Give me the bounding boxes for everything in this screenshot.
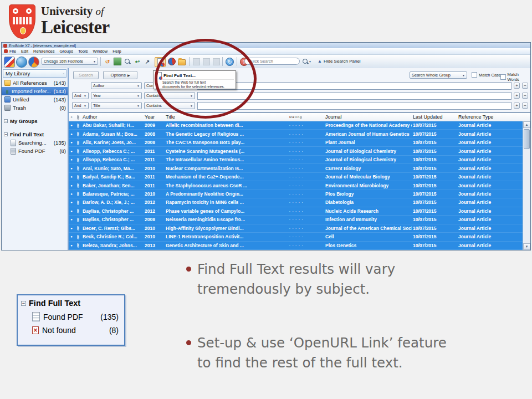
open-url-icon[interactable] — [168, 58, 176, 65]
table-row[interactable]: ●Beleza, Sandra; Johns...2013Genetic Arc… — [69, 242, 523, 250]
table-body: ●Abu Bakar, Suhaili; H...2009Allelic rec… — [69, 121, 523, 250]
search-term-input[interactable] — [197, 92, 511, 100]
fft-box-item-found-pdf: Found PDF (135) — [32, 312, 119, 321]
field-dropdown[interactable]: Author▼ — [91, 82, 142, 89]
column-header-year[interactable]: Year — [144, 114, 165, 120]
output-style-selector[interactable]: Chicago 16th Footnote▼ — [42, 58, 98, 65]
scroll-up-icon[interactable]: ▲ — [523, 121, 530, 128]
table-row[interactable]: ●Beck, Christine R.; Col...2010LINE-1 Re… — [69, 233, 523, 241]
search-button[interactable]: Search — [73, 71, 99, 79]
paperclip-icon — [74, 131, 81, 137]
search-term-input[interactable] — [197, 102, 511, 110]
table-row[interactable]: ●Bayliss, Christopher ...2008Neisseria m… — [69, 216, 523, 224]
format-bibliography-icon[interactable] — [202, 58, 210, 65]
online-search-mode-icon[interactable] — [16, 57, 27, 68]
vertical-scrollbar[interactable]: ▲ ▼ — [523, 121, 530, 250]
table-row[interactable]: ●Balaresque, Patricia; ...2010A Predomin… — [69, 190, 523, 198]
page-icon — [11, 148, 16, 155]
hide-search-panel-button[interactable]: ▲Hide Search Panel — [318, 58, 361, 65]
options-button[interactable]: Options▶ — [103, 71, 137, 79]
menu-groups[interactable]: Groups — [59, 49, 73, 54]
table-row[interactable]: ●Allsopp, Rebecca C.; ...2011Cysteine Sc… — [69, 147, 523, 155]
copy-icon[interactable]: ↺ — [104, 58, 111, 65]
export-icon[interactable]: ↗ — [144, 58, 151, 65]
boolean-dropdown[interactable]: And▼ — [72, 102, 89, 109]
match-words-checkbox[interactable]: Match Words — [500, 72, 530, 82]
menu-file[interactable]: File — [9, 49, 16, 54]
new-reference-icon[interactable] — [114, 58, 121, 65]
menu-references[interactable]: References — [33, 49, 54, 54]
paperclip-icon — [74, 157, 81, 163]
integrated-mode-icon[interactable] — [28, 57, 39, 68]
add-row-button[interactable]: + — [514, 93, 520, 99]
table-row[interactable]: ●Becer, C. Remzi; Gibs...2010High-Affini… — [69, 224, 523, 233]
scroll-down-icon[interactable]: ▼ — [523, 243, 530, 250]
sidebar-group-find-full-text[interactable]: −Find Full Text — [2, 130, 68, 139]
add-row-button[interactable]: + — [514, 103, 520, 109]
paperclip-icon — [74, 148, 81, 154]
paperclip-column-icon[interactable] — [74, 114, 81, 120]
my-library-header[interactable]: My Library — [3, 69, 66, 78]
table-row[interactable]: ●Arai, Kunio; Sato, Ma...2010Nuclear Com… — [69, 164, 523, 172]
cwyw-tools-icon[interactable] — [212, 58, 220, 65]
sidebar-item-found-pdf[interactable]: Found PDF(8) — [2, 147, 68, 155]
local-library-mode-icon[interactable] — [4, 57, 15, 68]
field-dropdown[interactable]: Title▼ — [91, 102, 142, 109]
remove-row-button[interactable]: − — [522, 103, 528, 109]
table-row[interactable]: ●Adams, Susan M.; Bos...2008The Genetic … — [69, 130, 523, 138]
column-header-last-updated[interactable]: Last Updated — [412, 114, 457, 120]
column-header-author[interactable]: Author — [81, 114, 144, 120]
import-icon[interactable]: ↩ — [134, 58, 141, 65]
sidebar-item-imported-refer-[interactable]: Imported Refer...(143) — [2, 87, 68, 95]
sidebar-item-all-references[interactable]: All References(143) — [2, 79, 68, 87]
search-scope-dropdown[interactable]: Search Whole Group▼ — [410, 71, 467, 79]
boolean-dropdown[interactable]: And▼ — [72, 92, 89, 99]
search-term-input[interactable] — [197, 82, 511, 90]
field-dropdown[interactable]: Year▼ — [91, 92, 142, 99]
chevron-down-icon: ▼ — [92, 60, 96, 63]
sidebar-item-trash[interactable]: Trash(0) — [2, 104, 68, 112]
table-row[interactable]: ●Barlow, A. D.; Xie, J.; ...2012Rapamyci… — [69, 198, 523, 207]
quick-search-button[interactable]: ▼ — [302, 58, 313, 65]
comparator-dropdown[interactable]: Contains▼ — [144, 92, 195, 99]
comparator-dropdown[interactable]: Contains▼ — [144, 102, 195, 109]
table-row[interactable]: ●Abu Bakar, Suhaili; H...2009Allelic rec… — [69, 121, 523, 130]
insert-citation-icon[interactable] — [192, 58, 200, 65]
references-icon — [4, 80, 11, 86]
menu-window[interactable]: Window — [93, 49, 108, 54]
search-panel: Search Options▶ Search Whole Group▼ Matc… — [69, 68, 530, 113]
collapse-icon[interactable]: − — [4, 132, 8, 136]
column-header-title[interactable]: Title — [165, 114, 288, 120]
sidebar-item-searching-[interactable]: Searching...(135) — [2, 139, 68, 147]
university-logo: University of Leicester — [9, 4, 110, 39]
table-row[interactable]: ●Bayliss, Christopher ...2012Phase varia… — [69, 207, 523, 216]
table-row[interactable]: ●Baker, Jonathan; Sen...2011The Staphylo… — [69, 181, 523, 190]
add-row-button[interactable]: + — [514, 83, 520, 89]
sidebar-item-unfiled[interactable]: Unfiled(143) — [2, 95, 68, 104]
table-row[interactable]: ●Badyal, Sandip K.; Ba...2011Mechanism o… — [69, 173, 523, 181]
remove-row-button[interactable]: − — [522, 93, 528, 99]
sync-icon[interactable]: ↻ — [226, 58, 234, 66]
column-header-reference-type[interactable]: Reference Type — [457, 114, 523, 120]
menu-help[interactable]: Help — [112, 49, 121, 54]
table-row[interactable]: ●Alix, Karine; Joets, Jo...2008The CACTA… — [69, 139, 523, 147]
scrollbar-thumb[interactable] — [524, 129, 530, 149]
quick-search-input[interactable] — [244, 58, 300, 65]
table-row[interactable]: ●Allsopp, Rebecca C.; ...2011The Intrace… — [69, 156, 523, 164]
red-x-icon: × — [32, 326, 39, 334]
column-header-journal[interactable]: Journal — [324, 114, 412, 120]
match-case-checkbox[interactable]: Match Case — [472, 72, 501, 78]
collapse-icon[interactable]: − — [4, 119, 8, 123]
title-bar: EndNote X7 - [elevenses_example.enl] — [2, 43, 530, 48]
menu-edit[interactable]: Edit — [21, 49, 28, 54]
column-header-rating[interactable]: Rating — [288, 115, 324, 119]
sidebar-group-my-groups[interactable]: −My Groups — [2, 117, 68, 125]
search-library-icon[interactable] — [124, 58, 131, 65]
find-full-text-icon[interactable] — [155, 57, 166, 67]
chevron-down-icon: ▼ — [83, 104, 86, 108]
collapse-up-icon: ▲ — [318, 59, 322, 64]
remove-row-button[interactable]: − — [522, 83, 528, 89]
crest-flower-icon — [26, 8, 32, 14]
open-file-icon[interactable] — [178, 58, 186, 65]
menu-tools[interactable]: Tools — [78, 49, 88, 54]
